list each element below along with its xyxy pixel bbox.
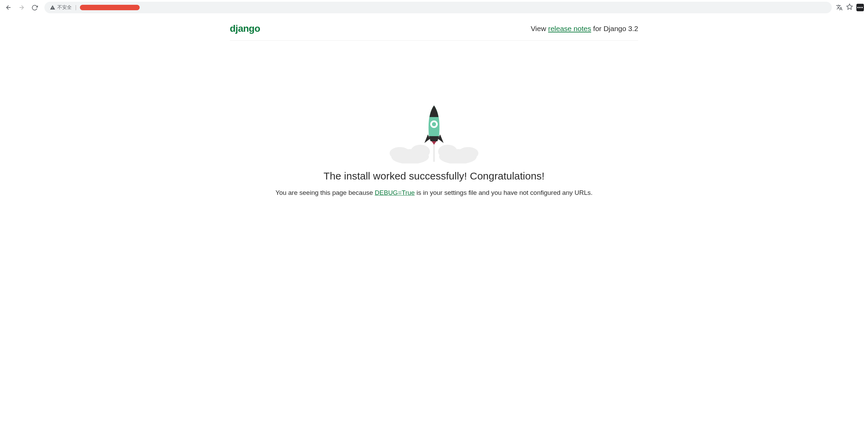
address-divider: | — [75, 4, 76, 11]
url-redacted — [80, 5, 140, 10]
reload-button[interactable] — [29, 2, 40, 13]
rocket-illustration — [376, 102, 492, 163]
bookmark-star-icon[interactable] — [846, 3, 853, 12]
django-header: django View release notes for Django 3.2 — [230, 15, 638, 41]
debug-link[interactable]: DEBUG=True — [375, 189, 415, 196]
svg-point-5 — [438, 145, 457, 158]
security-text: 不安全 — [57, 4, 72, 11]
subtext-before: You are seeing this page because — [276, 189, 375, 196]
warning-icon — [50, 5, 55, 10]
back-button[interactable] — [3, 2, 14, 13]
address-bar[interactable]: 不安全 | — [44, 2, 832, 13]
svg-point-2 — [390, 147, 410, 159]
svg-rect-7 — [433, 143, 435, 162]
release-notes-link[interactable]: release notes — [548, 25, 591, 32]
subtext: You are seeing this page because DEBUG=T… — [0, 188, 868, 198]
translate-icon[interactable] — [836, 4, 843, 11]
main-section: The install worked successfully! Congrat… — [0, 41, 868, 198]
page-content: django View release notes for Django 3.2 — [0, 15, 868, 198]
for-django-text: for Django 3.2 — [591, 25, 638, 32]
svg-point-9 — [432, 122, 436, 126]
headline: The install worked successfully! Congrat… — [0, 170, 868, 182]
security-indicator[interactable]: 不安全 — [50, 4, 72, 11]
browser-toolbar: 不安全 | ••• — [0, 0, 868, 15]
svg-point-3 — [411, 145, 430, 158]
subtext-after: is in your settings file and you have no… — [415, 189, 593, 196]
svg-marker-0 — [847, 4, 853, 9]
django-logo: django — [230, 23, 260, 34]
release-notes-text: View release notes for Django 3.2 — [531, 25, 638, 33]
extension-icon[interactable]: ••• — [856, 4, 864, 11]
forward-button[interactable] — [16, 2, 27, 13]
toolbar-right: ••• — [836, 3, 865, 12]
svg-point-6 — [458, 147, 478, 159]
view-text: View — [531, 25, 548, 32]
